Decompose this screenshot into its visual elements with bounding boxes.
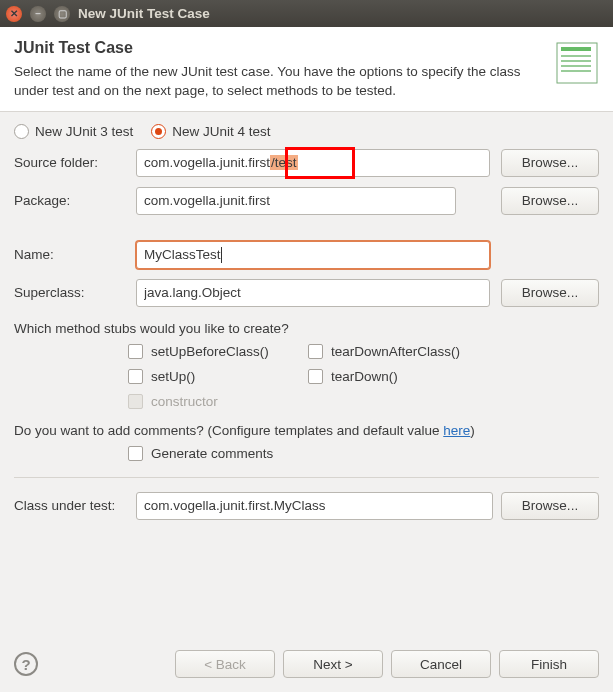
radio-label: New JUnit 3 test (35, 124, 133, 139)
button-bar: ? < Back Next > Cancel Finish (0, 638, 613, 692)
label-class-under-test: Class under test: (14, 498, 128, 513)
check-generate-comments[interactable]: Generate comments (128, 446, 308, 461)
svg-rect-5 (561, 70, 591, 72)
checkbox-icon (308, 369, 323, 384)
dialog-header: JUnit Test Case Select the name of the n… (0, 27, 613, 112)
page-title: JUnit Test Case (14, 39, 545, 57)
source-folder-prefix: com.vogella.junit.first (144, 155, 270, 170)
svg-rect-1 (561, 47, 591, 51)
check-setup[interactable]: setUp() (128, 369, 308, 384)
radio-label: New JUnit 4 test (172, 124, 270, 139)
cancel-button[interactable]: Cancel (391, 650, 491, 678)
package-input[interactable] (136, 187, 456, 215)
junit-banner-icon (555, 41, 599, 85)
check-setupbeforeclass[interactable]: setUpBeforeClass() (128, 344, 308, 359)
minimize-icon[interactable]: – (30, 6, 46, 22)
check-teardownafterclass[interactable]: tearDownAfterClass() (308, 344, 488, 359)
checkbox-icon (128, 394, 143, 409)
class-under-test-input[interactable] (136, 492, 493, 520)
svg-rect-4 (561, 65, 591, 67)
source-folder-selection: /test (270, 155, 298, 170)
label-comments: Do you want to add comments? (Configure … (14, 423, 599, 438)
close-icon[interactable]: ✕ (6, 6, 22, 22)
name-value: MyClassTest (144, 247, 221, 262)
radio-icon (14, 124, 29, 139)
next-button[interactable]: Next > (283, 650, 383, 678)
svg-rect-3 (561, 60, 591, 62)
svg-rect-2 (561, 55, 591, 57)
label-source-folder: Source folder: (14, 155, 128, 170)
checkbox-icon (128, 369, 143, 384)
checkbox-icon (308, 344, 323, 359)
titlebar: ✕ – ▢ New JUnit Test Case (0, 0, 613, 27)
label-method-stubs: Which method stubs would you like to cre… (14, 321, 599, 336)
label-name: Name: (14, 247, 128, 262)
name-input[interactable]: MyClassTest (136, 241, 490, 269)
text-caret-icon (221, 247, 222, 263)
browse-superclass-button[interactable]: Browse... (501, 279, 599, 307)
superclass-input[interactable] (136, 279, 490, 307)
checkbox-icon (128, 344, 143, 359)
radio-junit3[interactable]: New JUnit 3 test (14, 124, 133, 139)
page-description: Select the name of the new JUnit test ca… (14, 63, 545, 101)
label-superclass: Superclass: (14, 285, 128, 300)
radio-icon (151, 124, 166, 139)
browse-source-folder-button[interactable]: Browse... (501, 149, 599, 177)
source-folder-input[interactable]: com.vogella.junit.first/test (136, 149, 490, 177)
browse-package-button[interactable]: Browse... (501, 187, 599, 215)
check-teardown[interactable]: tearDown() (308, 369, 488, 384)
finish-button[interactable]: Finish (499, 650, 599, 678)
label-package: Package: (14, 193, 128, 208)
back-button: < Back (175, 650, 275, 678)
divider (14, 477, 599, 478)
junit-version-radiogroup: New JUnit 3 test New JUnit 4 test (14, 124, 599, 139)
checkbox-icon (128, 446, 143, 461)
maximize-icon[interactable]: ▢ (54, 6, 70, 22)
window-title: New JUnit Test Case (78, 6, 210, 21)
check-constructor: constructor (128, 394, 308, 409)
configure-templates-link[interactable]: here (443, 423, 470, 438)
help-icon[interactable]: ? (14, 652, 38, 676)
browse-class-under-test-button[interactable]: Browse... (501, 492, 599, 520)
radio-junit4[interactable]: New JUnit 4 test (151, 124, 270, 139)
